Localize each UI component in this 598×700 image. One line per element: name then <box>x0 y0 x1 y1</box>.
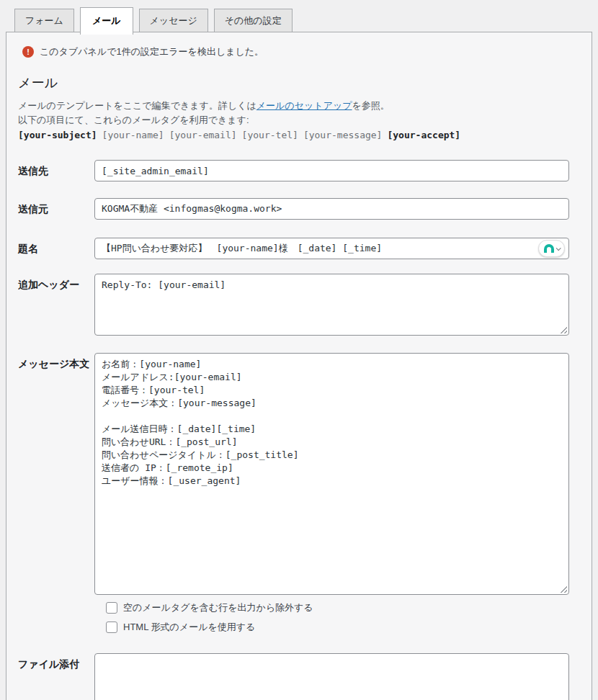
exclude-blank-lines-option: 空のメールタグを含む行を出力から除外する <box>106 601 580 614</box>
mail-tag-your-email: [your-email] <box>169 130 237 140</box>
use-html-mail-label: HTML 形式のメールを使用する <box>123 621 255 634</box>
mail-tags-description: 以下の項目にて、これらのメールタグを利用できます: <box>18 113 580 127</box>
mail-tag-your-subject: [your-subject] <box>18 130 97 140</box>
field-row-recipient: 送信先 <box>18 160 580 181</box>
use-html-mail-option: HTML 形式のメールを使用する <box>106 621 580 634</box>
file-attachments-label: ファイル添付 <box>18 653 94 671</box>
description-text-before-link: メールのテンプレートをここで編集できます。詳しくは <box>18 100 256 111</box>
sender-input[interactable] <box>94 198 569 220</box>
field-row-sender: 送信元 <box>18 198 580 220</box>
field-row-subject: 題名 <box>18 238 580 259</box>
mail-tag-your-message: [your-message] <box>303 130 383 140</box>
mail-tags-list: [your-subject][your-name][your-email][yo… <box>18 130 580 140</box>
message-body-label: メッセージ本文 <box>18 353 94 371</box>
mail-tag-your-accept: [your-accept] <box>387 130 460 140</box>
tab-form[interactable]: フォーム <box>14 9 74 32</box>
password-manager-extension-icon[interactable] <box>538 240 565 257</box>
tab-mail[interactable]: メール <box>80 7 133 35</box>
field-row-message-body: メッセージ本文 お名前：[your-name] メールアドレス:[your-em… <box>18 353 580 595</box>
field-row-file-attachments: ファイル添付 <box>18 653 580 700</box>
exclude-blank-lines-label: 空のメールタグを含む行を出力から除外する <box>123 601 313 614</box>
editor-tabbar: フォーム メール メッセージ その他の設定 <box>6 7 592 32</box>
message-body-textarea[interactable]: お名前：[your-name] メールアドレス:[your-email] 電話番… <box>94 353 569 595</box>
subject-label: 題名 <box>18 238 94 256</box>
chevron-down-icon <box>555 246 561 251</box>
sender-label: 送信元 <box>18 198 94 216</box>
recipient-label: 送信先 <box>18 160 94 178</box>
use-html-mail-checkbox[interactable] <box>106 622 117 633</box>
subject-input[interactable] <box>94 238 569 259</box>
alert-icon: ! <box>22 46 34 58</box>
additional-headers-textarea[interactable]: Reply-To: [your-email] <box>94 274 569 336</box>
mail-tag-your-tel: [your-tel] <box>242 130 298 140</box>
config-error-text: このタブパネルで1件の設定エラーを検出しました。 <box>40 45 264 58</box>
additional-headers-label: 追加ヘッダー <box>18 274 94 292</box>
field-row-additional-headers: 追加ヘッダー Reply-To: [your-email] <box>18 274 580 336</box>
mail-tag-your-name: [your-name] <box>102 130 164 140</box>
tab-additional-settings[interactable]: その他の設定 <box>214 9 293 32</box>
tab-messages[interactable]: メッセージ <box>139 9 208 32</box>
extension-arch-logo-icon <box>544 244 554 253</box>
mail-settings-panel: ! このタブパネルで1件の設定エラーを検出しました。 メール メールのテンプレー… <box>6 32 592 700</box>
recipient-input[interactable] <box>94 160 569 181</box>
panel-title: メール <box>18 74 580 91</box>
config-error-notice: ! このタブパネルで1件の設定エラーを検出しました。 <box>22 45 580 58</box>
file-attachments-textarea[interactable] <box>94 653 569 700</box>
description-text-after-link: を参照。 <box>352 100 390 111</box>
panel-description: メールのテンプレートをここで編集できます。詳しくはメールのセットアップを参照。 <box>18 99 580 113</box>
exclude-blank-lines-checkbox[interactable] <box>106 602 117 614</box>
mail-setup-link[interactable]: メールのセットアップ <box>256 100 352 111</box>
